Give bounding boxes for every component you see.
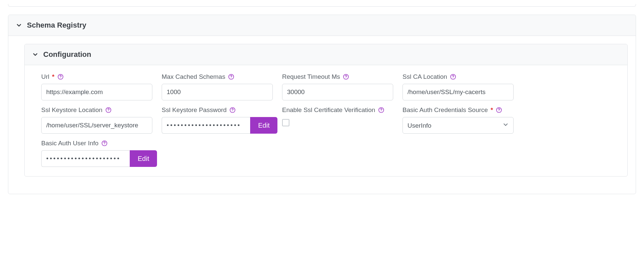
ssl-keystore-password-label: Ssl Keystore Password [162, 106, 227, 114]
max-cached-schemas-label: Max Cached Schemas [162, 73, 225, 80]
enable-ssl-cert-verification-checkbox[interactable] [282, 119, 289, 126]
url-label: Url [41, 73, 49, 80]
required-marker: * [491, 106, 493, 114]
basic-auth-credentials-source-label-row: Basic Auth Credentials Source * [402, 106, 514, 114]
basic-auth-credentials-source-select[interactable]: UserInfo [402, 117, 514, 134]
configuration-header[interactable]: Configuration [25, 44, 627, 65]
basic-auth-user-info-label-row: Basic Auth User Info [41, 140, 152, 147]
request-timeout-field-group: Request Timeout Ms [282, 73, 393, 100]
chevron-down-icon [16, 22, 22, 29]
configuration-title: Configuration [43, 50, 91, 59]
help-icon[interactable] [228, 73, 235, 80]
ssl-ca-location-input[interactable] [402, 84, 514, 100]
svg-point-17 [104, 145, 104, 145]
ssl-keystore-password-field-group: Ssl Keystore Password Edit [162, 106, 273, 134]
schema-registry-title: Schema Registry [27, 21, 86, 30]
ssl-ca-location-field-group: Ssl CA Location [402, 73, 514, 100]
help-icon[interactable] [229, 107, 236, 113]
configuration-panel: Configuration Url * [24, 44, 628, 177]
url-input[interactable] [41, 84, 152, 100]
ssl-keystore-password-edit-button[interactable]: Edit [250, 117, 277, 134]
url-field-group: Url * [41, 73, 152, 100]
schema-registry-panel: Schema Registry Configuration Url [8, 15, 636, 194]
ssl-keystore-password-input[interactable] [162, 117, 250, 134]
config-row: Basic Auth User Info Edit [41, 140, 619, 167]
ssl-keystore-password-label-row: Ssl Keystore Password [162, 106, 273, 114]
help-icon[interactable] [343, 73, 349, 80]
svg-point-5 [346, 78, 346, 78]
ssl-keystore-location-label: Ssl Keystore Location [41, 106, 102, 114]
basic-auth-user-info-input[interactable] [41, 150, 130, 167]
help-icon[interactable] [101, 140, 108, 147]
chevron-down-icon [32, 51, 39, 58]
basic-auth-user-info-label: Basic Auth User Info [41, 140, 98, 147]
svg-point-11 [233, 111, 233, 112]
help-icon[interactable] [105, 107, 112, 113]
url-label-row: Url * [41, 73, 152, 80]
ssl-keystore-location-field-group: Ssl Keystore Location [41, 106, 152, 134]
svg-point-1 [60, 78, 61, 78]
ssl-ca-location-label: Ssl CA Location [402, 73, 447, 80]
svg-point-13 [381, 111, 381, 112]
svg-point-7 [453, 78, 453, 78]
basic-auth-credentials-source-label: Basic Auth Credentials Source [402, 106, 488, 114]
schema-registry-header[interactable]: Schema Registry [8, 15, 636, 36]
svg-point-3 [231, 78, 231, 78]
basic-auth-user-info-field-group: Basic Auth User Info Edit [41, 140, 152, 167]
ssl-keystore-location-input[interactable] [41, 117, 152, 134]
request-timeout-label-row: Request Timeout Ms [282, 73, 393, 80]
basic-auth-user-info-edit-button[interactable]: Edit [130, 150, 157, 167]
max-cached-schemas-field-group: Max Cached Schemas [162, 73, 273, 100]
ssl-ca-location-label-row: Ssl CA Location [402, 73, 514, 80]
max-cached-schemas-label-row: Max Cached Schemas [162, 73, 273, 80]
help-icon[interactable] [496, 107, 502, 113]
max-cached-schemas-input[interactable] [162, 84, 273, 100]
config-row: Url * Max Cached Schemas [41, 73, 619, 100]
svg-point-15 [499, 111, 499, 112]
required-marker: * [52, 73, 54, 80]
enable-ssl-cert-verification-label-row: Enable Ssl Certificate Verification [282, 106, 393, 114]
svg-point-9 [108, 111, 108, 112]
config-row: Ssl Keystore Location Ssl Keystore Passw… [41, 106, 619, 134]
configuration-body: Url * Max Cached Schemas [25, 65, 627, 176]
schema-registry-body: Configuration Url * [8, 36, 636, 194]
help-icon[interactable] [57, 73, 64, 80]
help-icon[interactable] [450, 73, 456, 80]
request-timeout-input[interactable] [282, 84, 393, 100]
ssl-keystore-location-label-row: Ssl Keystore Location [41, 106, 152, 114]
request-timeout-label: Request Timeout Ms [282, 73, 340, 80]
basic-auth-credentials-source-field-group: Basic Auth Credentials Source * UserInfo [402, 106, 514, 134]
enable-ssl-cert-verification-field-group: Enable Ssl Certificate Verification [282, 106, 393, 134]
help-icon[interactable] [378, 107, 385, 113]
enable-ssl-cert-verification-label: Enable Ssl Certificate Verification [282, 106, 375, 114]
previous-panel-edge [8, 4, 636, 7]
